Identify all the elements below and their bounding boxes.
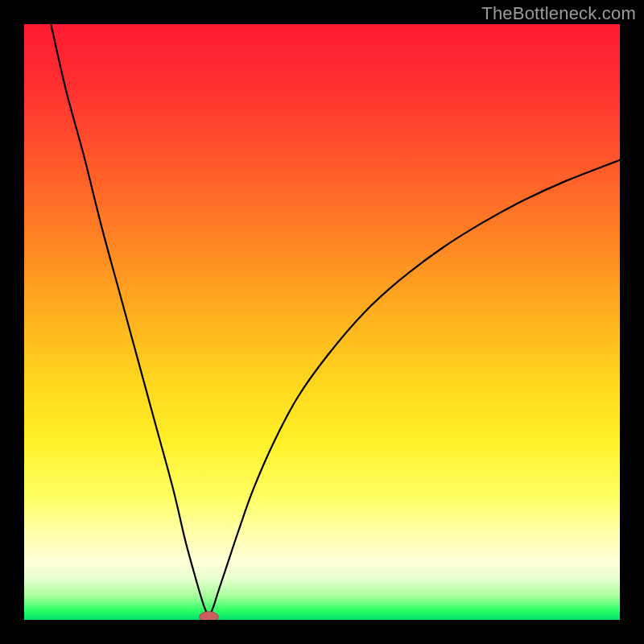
curve-right-branch [208, 160, 620, 617]
watermark-text: TheBottleneck.com [481, 3, 636, 24]
bottleneck-curve [24, 24, 620, 620]
plot-area [24, 24, 620, 620]
curve-left-branch [51, 24, 208, 617]
chart-frame: TheBottleneck.com [0, 0, 644, 644]
optimal-marker [200, 612, 219, 620]
